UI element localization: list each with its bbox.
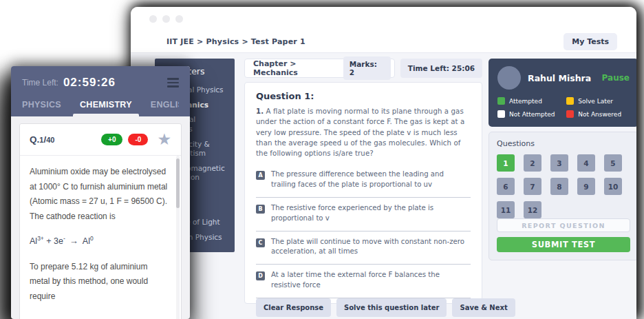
save-next-button[interactable]: Save & Next xyxy=(452,298,515,317)
report-question-button[interactable]: REPORT QUESTION xyxy=(497,218,630,232)
legend-solve-later: Solve Later xyxy=(566,97,630,105)
window-dot-icon xyxy=(175,15,183,23)
right-panel: Rahul Mishra Pause Attempted Solve Later… xyxy=(489,59,636,260)
question-number-3[interactable]: 3 xyxy=(550,154,568,172)
breadcrumb[interactable]: IIT JEE > Physics > Test Paper 1 xyxy=(167,37,305,46)
marks-badge: Marks: 2 xyxy=(343,56,391,80)
question-number-5[interactable]: 5 xyxy=(604,154,622,172)
bookmark-star-icon[interactable]: ★ xyxy=(157,132,171,147)
mobile-header: Time Left: 02:59:26 PHYSICS CHEMISTRY EN… xyxy=(11,66,190,116)
chapter-header-bar: Chapter > Mechanics Marks: 2 xyxy=(244,59,395,78)
option-c-letter: C xyxy=(256,238,265,247)
tab-english-proficiency[interactable]: ENGLISH PROFICIENCY xyxy=(151,100,179,116)
question-number-7[interactable]: 7 xyxy=(524,178,541,195)
questions-panel: Questions 1 2 3 4 5 6 7 8 9 10 11 12 REP… xyxy=(489,132,636,260)
option-d-letter: D xyxy=(256,271,265,280)
negative-marks-badge: -0 xyxy=(128,134,148,145)
pause-button[interactable]: Pause xyxy=(602,73,630,83)
question-number: 1. xyxy=(256,107,264,115)
option-a-letter: A xyxy=(256,171,265,180)
legend-label: Not Attempted xyxy=(509,111,555,118)
legend-label: Attempted xyxy=(509,98,542,105)
question-text: 1. A flat plate is moving normal to its … xyxy=(256,106,471,158)
hamburger-menu-icon[interactable] xyxy=(167,76,179,90)
time-left-label: Time Left: xyxy=(22,78,58,88)
option-d[interactable]: D At a later time the external force F b… xyxy=(256,265,471,291)
window-dot-icon xyxy=(149,15,157,23)
tab-physics[interactable]: PHYSICS xyxy=(22,100,61,116)
window-dot-icon xyxy=(162,15,170,23)
tab-chemistry[interactable]: CHEMISTRY xyxy=(80,100,132,116)
option-a-text: The pressure difference between the lead… xyxy=(271,169,471,190)
option-c-text: The plate will continue to move with con… xyxy=(271,237,471,258)
question-number-6[interactable]: 6 xyxy=(497,178,515,195)
browser-window: IIT JEE > Physics > Test Paper 1 My Test… xyxy=(131,7,636,319)
question-title: Question 1: xyxy=(256,91,471,101)
not-answered-swatch xyxy=(566,110,574,118)
question-counter: Q.1/40 xyxy=(30,134,54,145)
legend-not-attempted: Not Attempted xyxy=(497,110,564,118)
reaction-formula: Al3+ + 3e-→Al0 xyxy=(30,233,169,249)
options-list: A The pressure difference between the le… xyxy=(256,164,471,298)
option-b-letter: B xyxy=(256,205,265,214)
time-left-badge: Time Left: 25:06 xyxy=(400,59,482,78)
app-navbar: IIT JEE > Physics > Test Paper 1 My Test… xyxy=(131,30,636,53)
question-paragraph: To prepare 5.12 kg of aluminium metal by… xyxy=(30,260,169,305)
option-d-text: At a later time the external force F bal… xyxy=(271,270,471,291)
user-panel: Rahul Mishra Pause Attempted Solve Later… xyxy=(489,59,636,127)
option-b-text: The resistive force experienced by the p… xyxy=(271,203,471,224)
question-number-grid: 1 2 3 4 5 6 7 8 9 10 11 12 xyxy=(497,154,630,218)
my-tests-button[interactable]: My Tests xyxy=(564,33,617,50)
question-paragraph: Aluminium oxide may be electrolysed at 1… xyxy=(30,165,169,224)
question-number-9[interactable]: 9 xyxy=(577,178,595,195)
status-legend: Attempted Solve Later Not Attempted Not … xyxy=(497,97,630,118)
user-name: Rahul Mishra xyxy=(528,73,591,83)
app-content: Chapters General Physics Mechanics Therm… xyxy=(131,53,636,319)
question-column: Chapter > Mechanics Marks: 2 Time Left: … xyxy=(244,59,482,304)
questions-title: Questions xyxy=(497,139,630,148)
attempted-swatch xyxy=(497,97,505,105)
question-card: Question 1: 1. A flat plate is moving no… xyxy=(244,82,482,304)
time-left-value: 02:59:26 xyxy=(63,76,116,90)
question-number-1[interactable]: 1 xyxy=(497,154,515,172)
arrow-icon: → xyxy=(69,236,78,246)
legend-attempted: Attempted xyxy=(497,97,564,105)
question-number-11[interactable]: 11 xyxy=(497,201,515,218)
positive-marks-badge: +0 xyxy=(101,134,122,145)
submit-test-button[interactable]: SUBMIT TEST xyxy=(497,237,630,252)
scrollbar-thumb[interactable] xyxy=(176,158,180,208)
mobile-body: Q.1/40 +0 -0 ★ Aluminium oxide may be el… xyxy=(11,116,190,319)
question-number-2[interactable]: 2 xyxy=(524,154,541,172)
legend-label: Solve Later xyxy=(578,98,613,105)
subject-tabs: PHYSICS CHEMISTRY ENGLISH PROFICIENCY xyxy=(22,100,179,116)
chapter-breadcrumb: Chapter > Mechanics xyxy=(253,59,343,77)
option-b[interactable]: B The resistive force experienced by the… xyxy=(256,198,471,224)
option-a[interactable]: A The pressure difference between the le… xyxy=(256,164,471,190)
mobile-question-card: Q.1/40 +0 -0 ★ Aluminium oxide may be el… xyxy=(19,123,182,319)
avatar xyxy=(497,66,521,90)
question-number-12[interactable]: 12 xyxy=(524,201,541,218)
not-attempted-swatch xyxy=(497,110,505,118)
clear-response-button[interactable]: Clear Response xyxy=(256,298,331,317)
solve-later-button[interactable]: Solve this question later xyxy=(336,298,447,317)
question-footer: Clear Response Solve this question later… xyxy=(256,298,471,317)
mobile-card-header: Q.1/40 +0 -0 ★ xyxy=(20,124,181,156)
mobile-question-body: Aluminium oxide may be electrolysed at 1… xyxy=(20,156,181,319)
solve-later-swatch xyxy=(566,97,574,105)
legend-label: Not Answered xyxy=(578,111,621,118)
question-number-10[interactable]: 10 xyxy=(604,178,622,195)
option-c[interactable]: C The plate will continue to move with c… xyxy=(256,231,471,258)
question-number-4[interactable]: 4 xyxy=(577,154,595,172)
mobile-app-window: Time Left: 02:59:26 PHYSICS CHEMISTRY EN… xyxy=(11,66,190,319)
browser-titlebar xyxy=(131,7,636,30)
question-number-8[interactable]: 8 xyxy=(550,178,568,195)
legend-not-answered: Not Answered xyxy=(566,110,630,118)
